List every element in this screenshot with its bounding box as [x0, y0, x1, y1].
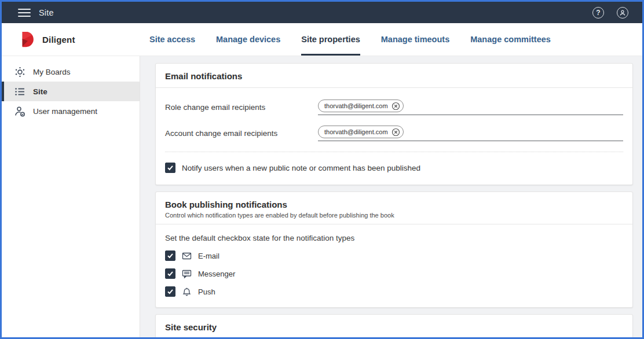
messenger-icon — [182, 269, 192, 279]
boards-hub-icon — [14, 67, 25, 78]
type-label: E-mail — [198, 252, 219, 260]
circled-x-icon[interactable] — [391, 102, 400, 110]
tab-site-access[interactable]: Site access — [149, 23, 195, 56]
chip-label: thorvath@diligent.com — [324, 102, 388, 109]
field-label: Account change email recipients — [165, 129, 318, 141]
sidebar-item-user-management[interactable]: User management — [2, 101, 140, 121]
site-security-card: Site security Allow username to auto-pop… — [155, 314, 633, 339]
field-label: Role change email recipients — [165, 103, 318, 115]
user-account-icon[interactable] — [617, 7, 628, 19]
sidebar-item-label: User management — [33, 107, 97, 116]
push-type-checkbox[interactable] — [165, 286, 175, 297]
section-title: Site security — [165, 322, 623, 332]
circled-x-icon[interactable] — [391, 128, 400, 137]
book-publishing-card: Book publishing notifications Control wh… — [155, 191, 633, 308]
role-change-recipients-row: Role change email recipients thorvath@di… — [165, 100, 623, 115]
role-change-recipients-input[interactable]: thorvath@diligent.com — [318, 100, 623, 115]
tab-site-properties[interactable]: Site properties — [301, 23, 360, 56]
chip-label: thorvath@diligent.com — [324, 128, 388, 135]
messenger-type-row: Messenger — [165, 268, 623, 279]
type-label: Push — [198, 288, 215, 296]
help-icon[interactable]: ? — [592, 7, 604, 19]
push-type-row: Push — [165, 286, 623, 297]
section-title: Book publishing notifications — [165, 200, 623, 209]
recipient-chip[interactable]: thorvath@diligent.com — [318, 100, 404, 112]
sidebar-item-my-boards[interactable]: My Boards — [2, 62, 140, 82]
app-window: Site ? Diligent Site access Manage devic… — [0, 0, 644, 339]
bell-icon — [182, 287, 192, 297]
type-label: Messenger — [198, 270, 235, 278]
site-list-icon — [14, 86, 25, 97]
notify-users-checkbox[interactable] — [165, 163, 175, 173]
sidebar: My Boards Site User management — [2, 56, 140, 339]
topbar-title: Site — [39, 8, 54, 17]
main-content: Email notifications Role change email re… — [140, 56, 642, 339]
section-subtitle: Control which notification types are ena… — [165, 212, 623, 219]
sidebar-item-site[interactable]: Site — [2, 82, 140, 101]
email-type-checkbox[interactable] — [165, 250, 175, 261]
hamburger-menu-icon[interactable] — [18, 9, 31, 17]
tab-manage-devices[interactable]: Manage devices — [216, 23, 280, 56]
instruction-text: Set the default checkbox state for the n… — [165, 234, 623, 242]
page-header: Diligent Site access Manage devices Site… — [2, 23, 642, 56]
notify-users-row: Notify users when a new public note or c… — [165, 163, 623, 173]
checkbox-label: Notify users when a new public note or c… — [182, 164, 420, 172]
account-change-recipients-input[interactable]: thorvath@diligent.com — [318, 126, 623, 141]
envelope-icon — [182, 251, 192, 261]
sidebar-item-label: Site — [33, 87, 47, 96]
recipient-chip[interactable]: thorvath@diligent.com — [318, 126, 404, 138]
email-notifications-card: Email notifications Role change email re… — [155, 63, 633, 185]
brand-area: Diligent — [2, 23, 140, 56]
section-title: Email notifications — [165, 71, 623, 81]
email-type-row: E-mail — [165, 250, 623, 261]
messenger-type-checkbox[interactable] — [165, 268, 175, 279]
top-bar: Site ? — [2, 2, 642, 23]
user-management-icon — [14, 106, 25, 117]
account-change-recipients-row: Account change email recipients thorvath… — [165, 126, 623, 141]
sidebar-item-label: My Boards — [33, 68, 71, 76]
brand-name: Diligent — [42, 35, 75, 45]
diligent-logo-icon — [19, 31, 36, 48]
settings-tabs: Site access Manage devices Site properti… — [140, 23, 551, 56]
tab-manage-timeouts[interactable]: Manage timeouts — [381, 23, 449, 56]
tab-manage-committees[interactable]: Manage committees — [470, 23, 551, 56]
